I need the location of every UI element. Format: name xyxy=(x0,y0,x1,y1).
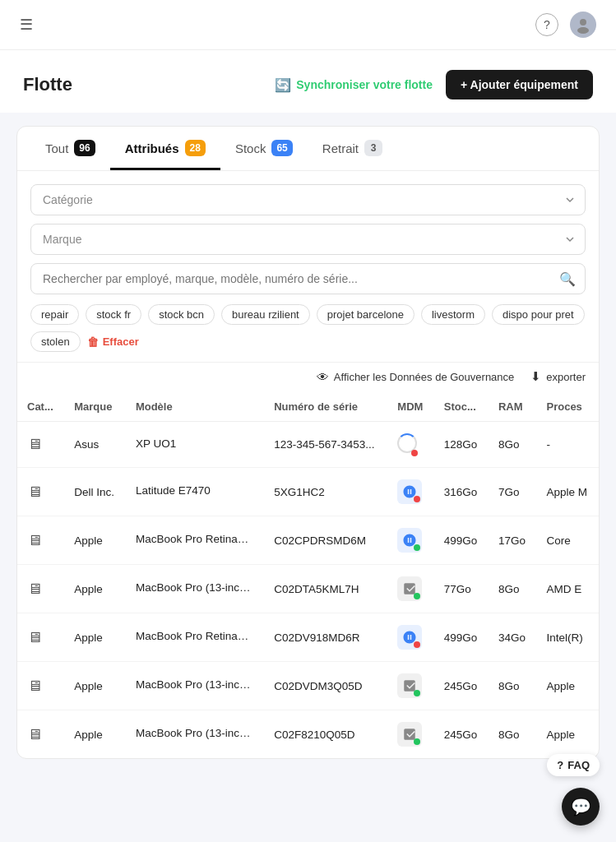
serie-cell: C02DVDM3Q05D xyxy=(264,662,387,710)
tag-item[interactable]: stolen xyxy=(30,331,81,352)
tag-item[interactable]: repair xyxy=(30,304,79,325)
mdm-cell xyxy=(387,662,433,710)
serie-cell: C02DV918MD6R xyxy=(264,613,387,662)
tab-attribues[interactable]: Attribués 28 xyxy=(110,127,220,170)
governance-row: 👁 Afficher les Données de Gouvernance ⬇ … xyxy=(17,362,599,392)
equipment-table: Cat...MarqueModèleNuméro de sérieMDMStoc… xyxy=(17,392,599,758)
table-row[interactable]: 🖥AppleMacBook Pro (13-inch, M...C02DVDM3… xyxy=(17,662,599,710)
tag-item[interactable]: bureau rzilient xyxy=(221,304,310,325)
modele-cell: MacBook Pro (13-inch, 2... xyxy=(126,565,264,613)
serie-cell: C02CPDRSMD6M xyxy=(264,516,387,565)
topbar: ☰ ? xyxy=(0,0,616,50)
tab-tout[interactable]: Tout 96 xyxy=(30,127,110,170)
serie-cell: C02F8210Q05D xyxy=(264,710,387,759)
table-row[interactable]: 🖥AppleMacBook Pro Retina (To...C02DV918M… xyxy=(17,613,599,662)
stock-cell: 499Go xyxy=(434,516,489,565)
cat-cell: 🖥 xyxy=(17,710,64,759)
sync-icon: 🔄 xyxy=(275,77,291,93)
faq-badge[interactable]: ? FAQ xyxy=(547,754,600,776)
stock-cell: 245Go xyxy=(434,662,489,710)
main-card: Tout 96 Attribués 28 Stock 65 Retrait 3 … xyxy=(16,126,600,759)
col-header: Stoc... xyxy=(434,392,489,422)
add-equipment-button[interactable]: + Ajouter équipement xyxy=(446,70,593,99)
stock-cell: 77Go xyxy=(434,565,489,613)
marque-cell: Asus xyxy=(64,422,126,468)
laptop-icon: 🖥 xyxy=(27,436,42,452)
export-icon: ⬇ xyxy=(530,369,541,384)
marque-cell: Apple xyxy=(64,710,126,759)
header-actions: 🔄 Synchroniser votre flotte + Ajouter éq… xyxy=(275,70,593,99)
col-header: Marque xyxy=(64,392,126,422)
table-row[interactable]: 🖥AppleMacBook Pro (13-inch, 2...C02DTA5K… xyxy=(17,565,599,613)
tab-stock-badge: 65 xyxy=(271,140,292,156)
mdm-cell xyxy=(387,613,433,662)
help-icon[interactable]: ? xyxy=(535,13,558,36)
mdm-cell xyxy=(387,468,433,516)
faq-help-icon: ? xyxy=(557,759,563,771)
table-row[interactable]: 🖥Dell Inc.Latitude E74705XG1HC2 316Go7Go… xyxy=(17,468,599,516)
stock-cell: 128Go xyxy=(434,422,489,468)
table-row[interactable]: 🖥AsusXP UO1123-345-567-3453... 128Go8Go- xyxy=(17,422,599,468)
serie-cell: 123-345-567-3453... xyxy=(264,422,387,468)
tab-stock[interactable]: Stock 65 xyxy=(220,127,308,170)
modele-cell: MacBook Pro (13-inch, M... xyxy=(126,710,264,759)
ram-cell: 8Go xyxy=(489,422,537,468)
proc-cell: Core xyxy=(536,516,599,565)
export-button[interactable]: ⬇ exporter xyxy=(530,369,586,384)
chat-icon: 💬 xyxy=(571,797,591,817)
ram-cell: 7Go xyxy=(489,468,537,516)
clear-button[interactable]: 🗑Effacer xyxy=(87,335,139,349)
tag-item[interactable]: projet barcelone xyxy=(317,304,415,325)
cat-cell: 🖥 xyxy=(17,468,64,516)
tab-retrait[interactable]: Retrait 3 xyxy=(308,127,397,170)
ram-cell: 34Go xyxy=(489,613,537,662)
mdm-cell xyxy=(387,565,433,613)
col-header: Cat... xyxy=(17,392,64,422)
mdm-cell xyxy=(387,516,433,565)
cat-cell: 🖥 xyxy=(17,422,64,468)
serie-cell: 5XG1HC2 xyxy=(264,468,387,516)
categorie-select[interactable]: Catégorie xyxy=(30,184,586,215)
tab-tout-badge: 96 xyxy=(74,140,95,156)
tag-item[interactable]: stock bcn xyxy=(148,304,215,325)
topbar-left: ☰ xyxy=(20,16,33,34)
table-row[interactable]: 🖥AppleMacBook Pro Retina (To...C02CPDRSM… xyxy=(17,516,599,565)
marque-select[interactable]: Marque xyxy=(30,224,586,255)
col-header: Proces xyxy=(536,392,599,422)
ram-cell: 8Go xyxy=(489,662,537,710)
cat-cell: 🖥 xyxy=(17,662,64,710)
col-header: Modèle xyxy=(126,392,264,422)
add-label: + Ajouter équipement xyxy=(461,78,578,91)
tag-item[interactable]: dispo pour pret xyxy=(492,304,585,325)
page-title: Flotte xyxy=(23,74,72,95)
marque-cell: Apple xyxy=(64,662,126,710)
marque-cell: Dell Inc. xyxy=(64,468,126,516)
table-row[interactable]: 🖥AppleMacBook Pro (13-inch, M...C02F8210… xyxy=(17,710,599,759)
page-header: Flotte 🔄 Synchroniser votre flotte + Ajo… xyxy=(0,50,616,113)
search-input[interactable] xyxy=(30,263,586,294)
marque-cell: Apple xyxy=(64,613,126,662)
tag-item[interactable]: stock fr xyxy=(86,304,141,325)
laptop-icon: 🖥 xyxy=(27,532,42,548)
tab-tout-label: Tout xyxy=(45,141,68,155)
tag-item[interactable]: livestorm xyxy=(421,304,485,325)
modele-cell: MacBook Pro Retina (To... xyxy=(126,516,264,565)
laptop-icon: 🖥 xyxy=(27,629,42,645)
governance-button[interactable]: 👁 Afficher les Données de Gouvernance xyxy=(317,370,514,384)
menu-icon[interactable]: ☰ xyxy=(20,16,33,34)
modele-cell: MacBook Pro (13-inch, M... xyxy=(126,662,264,710)
search-icon[interactable]: 🔍 xyxy=(559,271,576,287)
export-label: exporter xyxy=(546,371,586,383)
modele-cell: XP UO1 xyxy=(126,422,264,468)
faq-label: FAQ xyxy=(567,759,590,771)
search-wrap: 🔍 xyxy=(30,263,586,294)
avatar[interactable] xyxy=(570,12,596,38)
tab-retrait-badge: 3 xyxy=(364,140,382,156)
mdm-cell xyxy=(387,422,433,468)
eye-icon: 👁 xyxy=(317,370,329,384)
proc-cell: Apple xyxy=(536,710,599,759)
tab-stock-label: Stock xyxy=(235,141,266,155)
chat-fab[interactable]: 💬 xyxy=(562,788,600,826)
sync-button[interactable]: 🔄 Synchroniser votre flotte xyxy=(275,77,433,93)
modele-cell: Latitude E7470 xyxy=(126,468,264,516)
